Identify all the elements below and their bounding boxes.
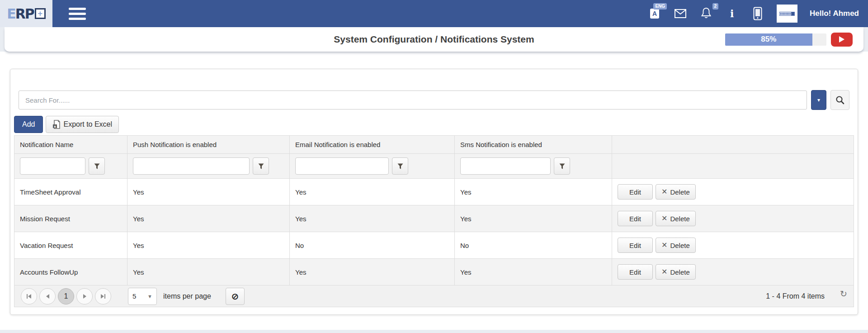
mobile-app-icon[interactable]: [751, 6, 764, 21]
chevron-down-icon: ▼: [147, 294, 152, 299]
delete-button[interactable]: ✕Delete: [656, 184, 696, 200]
progress-label: 85%: [761, 35, 776, 44]
cell-sms: Yes: [455, 205, 612, 232]
no-filter-icon: ⊘: [231, 291, 239, 302]
cell-email: Yes: [290, 179, 455, 205]
filter-input-notification-name[interactable]: [20, 157, 85, 175]
next-page-button[interactable]: [76, 288, 93, 304]
cell-email: Yes: [290, 205, 455, 232]
funnel-icon: [94, 163, 100, 169]
cell-sms: Yes: [455, 259, 612, 285]
logo-text: ERP: [7, 6, 34, 22]
delete-x-icon: ✕: [661, 215, 667, 222]
previous-page-button[interactable]: [39, 288, 56, 304]
user-greeting[interactable]: Hello! Ahmed: [810, 9, 859, 18]
last-page-icon: [101, 294, 104, 299]
refresh-icon[interactable]: ↻: [840, 289, 847, 299]
cell-push: Yes: [127, 179, 290, 205]
search-button[interactable]: [830, 90, 849, 110]
notifications-bell-icon[interactable]: 2: [699, 6, 713, 21]
cell-email: Yes: [290, 259, 455, 285]
filter-button-email[interactable]: [392, 157, 408, 175]
navbar-right: ENG A 2 i Hello! Ahmed: [648, 5, 868, 23]
user-avatar[interactable]: [777, 5, 797, 23]
logo-plus-icon: +: [35, 8, 46, 19]
table-row: Vacation Request Yes No No Edit ✕Delete: [14, 232, 854, 259]
hamburger-menu-icon[interactable]: [69, 5, 86, 23]
export-to-excel-button[interactable]: x Export to Excel: [46, 116, 119, 133]
next-page-icon: [83, 294, 86, 299]
filter-button-notification-name[interactable]: [89, 157, 105, 175]
excel-file-icon: x: [52, 120, 60, 129]
table-row: TimeSheet Approval Yes Yes Yes Edit ✕Del…: [14, 179, 854, 205]
filter-row: [14, 154, 854, 179]
progress-bar: 85%: [725, 33, 826, 46]
top-navbar: ERP+ ENG A 2 i Hello! Ahmed: [0, 0, 868, 27]
last-page-button[interactable]: [95, 288, 111, 304]
clear-filter-button[interactable]: ⊘: [226, 288, 245, 305]
notification-count-badge: 2: [712, 3, 719, 10]
delete-button[interactable]: ✕Delete: [656, 264, 696, 280]
column-header-push[interactable]: Push Notification is enabled: [127, 136, 290, 154]
search-options-dropdown-button[interactable]: ▾: [811, 90, 826, 110]
svg-text:x: x: [54, 124, 57, 128]
funnel-icon: [397, 163, 403, 169]
avatar-logo: [779, 12, 795, 16]
search-row: ▾: [19, 90, 849, 110]
language-icon[interactable]: ENG A: [648, 6, 661, 21]
cell-notification-name: Accounts FollowUp: [14, 259, 127, 285]
title-toolbar: System Configuration / Notifications Sys…: [5, 27, 863, 52]
cell-email: No: [290, 232, 455, 259]
filter-input-sms[interactable]: [460, 157, 551, 175]
first-page-icon: [28, 294, 31, 299]
items-per-page-label: items per page: [163, 292, 211, 300]
grid-toolbar: Add x Export to Excel: [14, 116, 854, 133]
filter-input-email[interactable]: [295, 157, 389, 175]
first-page-button[interactable]: [21, 288, 37, 304]
filter-button-sms[interactable]: [554, 157, 570, 175]
edit-button[interactable]: Edit: [618, 211, 653, 226]
table-row: Mission Request Yes Yes Yes Edit ✕Delete: [14, 205, 854, 232]
video-play-button[interactable]: [831, 33, 853, 47]
cell-push: Yes: [127, 205, 290, 232]
chevron-down-icon: ▾: [817, 97, 820, 103]
edit-button[interactable]: Edit: [618, 264, 653, 280]
search-input[interactable]: [19, 90, 807, 109]
cell-notification-name: Vacation Request: [14, 232, 127, 259]
language-badge: ENG: [653, 3, 667, 10]
notifications-card: ▾ Add x Export to Excel Notification Nam…: [10, 69, 858, 315]
cell-sms: No: [455, 232, 612, 259]
items-range-label: 1 - 4 From 4 items: [766, 292, 825, 300]
app-logo[interactable]: ERP+: [0, 0, 52, 27]
pagination-bar: 1 5 ▼ items per page ⊘ 1 - 4 From 4 item…: [14, 285, 854, 307]
table-row: Accounts FollowUp Yes Yes Yes Edit ✕Dele…: [14, 259, 854, 285]
cell-notification-name: Mission Request: [14, 205, 127, 232]
search-icon: [835, 95, 844, 105]
funnel-icon: [559, 163, 565, 169]
info-icon[interactable]: i: [725, 6, 739, 21]
progress-fill: 85%: [725, 33, 812, 46]
notifications-table: Notification Name Push Notification is e…: [14, 135, 854, 285]
funnel-icon: [258, 163, 264, 169]
column-header-notification-name[interactable]: Notification Name: [14, 136, 127, 154]
mail-icon[interactable]: [674, 6, 687, 21]
cell-push: Yes: [127, 232, 290, 259]
edit-button[interactable]: Edit: [618, 184, 653, 200]
cell-notification-name: TimeSheet Approval: [14, 179, 127, 205]
delete-button[interactable]: ✕Delete: [656, 211, 696, 226]
play-icon: [839, 36, 844, 43]
edit-button[interactable]: Edit: [618, 238, 653, 253]
delete-x-icon: ✕: [661, 188, 667, 195]
page-1-button[interactable]: 1: [58, 288, 74, 304]
main-content: ▾ Add x Export to Excel Notification Nam…: [0, 52, 868, 330]
add-button[interactable]: Add: [14, 116, 43, 133]
translate-a-icon: A: [650, 9, 659, 19]
cell-sms: Yes: [455, 179, 612, 205]
cell-push: Yes: [127, 259, 290, 285]
page-size-select[interactable]: 5 ▼: [128, 288, 157, 305]
delete-button[interactable]: ✕Delete: [656, 238, 696, 253]
column-header-sms[interactable]: Sms Notification is enabled: [455, 136, 612, 154]
filter-input-push[interactable]: [133, 157, 250, 175]
filter-button-push[interactable]: [253, 157, 269, 175]
column-header-email[interactable]: Email Notification is enabled: [290, 136, 455, 154]
